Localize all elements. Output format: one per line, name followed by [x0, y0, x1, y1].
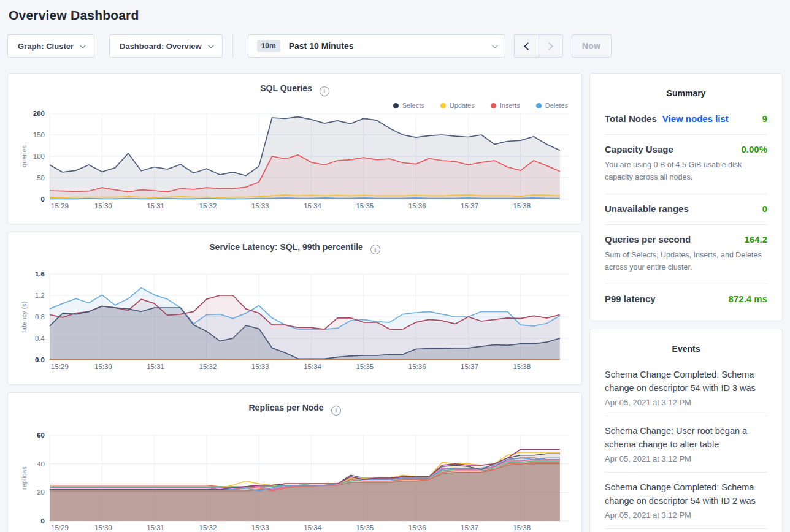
info-icon[interactable]: i: [331, 406, 341, 416]
svg-text:15:29: 15:29: [51, 202, 69, 210]
event-text: Schema Change: User root began a schema …: [605, 424, 767, 452]
legend-item[interactable]: Deletes: [536, 102, 568, 109]
svg-text:0: 0: [41, 196, 45, 203]
svg-text:15:33: 15:33: [251, 524, 269, 531]
events-panel: Events Schema Change Completed: Schema c…: [589, 329, 783, 532]
svg-text:1.6: 1.6: [35, 270, 45, 278]
legend-label: Deletes: [545, 102, 568, 109]
svg-text:15:31: 15:31: [147, 202, 164, 210]
svg-text:15:30: 15:30: [94, 363, 112, 370]
svg-text:15:33: 15:33: [251, 202, 269, 210]
summary-panel: Summary Total Nodes View nodes list 9 Ca…: [589, 73, 783, 321]
svg-text:0.4: 0.4: [35, 335, 45, 342]
replicas-per-node-panel: Replicas per Node i 020406015:2915:3015:…: [7, 392, 582, 532]
event-item[interactable]: Schema Change Completed: Schema change o…: [605, 473, 767, 529]
svg-text:15:32: 15:32: [199, 202, 217, 210]
chart-title-row: Service Latency: SQL, 99th percentile i: [18, 240, 572, 255]
chart-title-row: Replicas per Node i: [18, 400, 572, 416]
info-icon[interactable]: i: [370, 245, 380, 254]
qps-value: 164.2: [744, 234, 767, 245]
svg-text:15:37: 15:37: [461, 202, 478, 210]
info-icon[interactable]: i: [320, 86, 329, 96]
events-title: Events: [605, 333, 767, 360]
capacity-usage-label: Capacity Usage: [605, 144, 673, 154]
svg-text:60: 60: [37, 431, 45, 439]
chart-svg: 05010015020015:2915:3015:3115:3215:3315:…: [18, 110, 572, 213]
y-axis-label: queries: [20, 145, 28, 167]
sql-queries-chart[interactable]: 05010015020015:2915:3015:3115:3215:3315:…: [18, 110, 572, 215]
legend-item[interactable]: Updates: [440, 102, 475, 109]
svg-text:15:37: 15:37: [461, 524, 478, 531]
svg-text:1.2: 1.2: [35, 292, 45, 299]
overview-dashboard-page: Overview Dashboard Graph: Cluster Dashbo…: [0, 0, 790, 532]
svg-text:15:32: 15:32: [199, 363, 217, 370]
capacity-usage-value: 0.00%: [741, 144, 767, 154]
page-title: Overview Dashboard: [7, 0, 783, 34]
spacer: [18, 416, 572, 431]
total-nodes-value: 9: [762, 113, 767, 124]
toolbar: Graph: Cluster Dashboard: Overview 10m P…: [7, 34, 783, 58]
sql-queries-legend: SelectsUpdatesInsertsDeletes: [18, 96, 572, 110]
event-item[interactable]: Schema Change: User root began a schema …: [605, 416, 767, 473]
y-axis-label: latency (s): [20, 302, 28, 333]
event-item[interactable]: Schema Change: User root began a schema …: [605, 529, 767, 532]
legend-item[interactable]: Inserts: [491, 102, 520, 109]
svg-text:0: 0: [41, 517, 45, 525]
svg-text:50: 50: [37, 174, 45, 181]
service-latency-chart[interactable]: 0.00.40.81.21.615:2915:3015:3115:3215:33…: [18, 270, 572, 376]
now-button[interactable]: Now: [572, 34, 612, 58]
svg-text:200: 200: [33, 110, 45, 117]
svg-text:15:32: 15:32: [199, 524, 217, 531]
capacity-usage-desc: You are using 0 B of 4.5 GiB usable disk…: [605, 159, 767, 183]
sql-queries-title: SQL Queries: [260, 83, 312, 93]
legend-item[interactable]: Selects: [393, 102, 424, 109]
chevron-down-icon: [208, 42, 214, 48]
summary-row-p99: P99 latency 872.4 ms: [605, 284, 767, 314]
event-text: Schema Change Completed: Schema change o…: [605, 368, 767, 395]
svg-text:15:37: 15:37: [461, 363, 478, 370]
svg-text:15:30: 15:30: [94, 524, 112, 531]
spacer: [18, 254, 572, 270]
chevron-down-icon: [80, 42, 86, 48]
time-next-button[interactable]: [539, 35, 562, 57]
svg-text:20: 20: [37, 488, 45, 496]
time-nav-group: [514, 34, 563, 58]
svg-text:15:35: 15:35: [356, 202, 374, 210]
view-nodes-list-link[interactable]: View nodes list: [662, 113, 729, 124]
time-range-dropdown[interactable]: 10m Past 10 Minutes: [248, 34, 505, 58]
chart-svg: 020406015:2915:3015:3115:3215:3315:3415:…: [18, 431, 572, 532]
dashboard-dropdown-label: Dashboard: Overview: [120, 42, 202, 51]
sql-queries-panel: SQL Queries i SelectsUpdatesInsertsDelet…: [7, 73, 582, 224]
y-axis-label: replicas: [20, 466, 28, 489]
svg-text:15:31: 15:31: [147, 363, 164, 370]
svg-text:100: 100: [33, 153, 45, 160]
legend-dot-icon: [491, 103, 496, 108]
svg-text:15:38: 15:38: [513, 524, 531, 531]
time-prev-button[interactable]: [515, 35, 539, 57]
main-content: SQL Queries i SelectsUpdatesInsertsDelet…: [7, 73, 783, 532]
svg-text:15:38: 15:38: [513, 202, 531, 210]
qps-desc: Sum of Selects, Updates, Inserts, and De…: [605, 249, 767, 273]
event-item[interactable]: Schema Change Completed: Schema change o…: [605, 360, 767, 416]
svg-text:15:35: 15:35: [356, 524, 374, 531]
event-timestamp: Apr 05, 2021 at 3:12 PM: [605, 454, 767, 463]
service-latency-panel: Service Latency: SQL, 99th percentile i …: [7, 232, 582, 386]
graph-dropdown[interactable]: Graph: Cluster: [7, 34, 94, 58]
p99-latency-label: P99 latency: [605, 294, 656, 304]
svg-text:150: 150: [33, 131, 45, 139]
event-timestamp: Apr 05, 2021 at 3:12 PM: [605, 398, 767, 407]
event-timestamp: Apr 05, 2021 at 3:12 PM: [605, 511, 767, 520]
svg-text:0.8: 0.8: [35, 313, 45, 321]
legend-label: Selects: [402, 102, 424, 109]
time-range-label: Past 10 Minutes: [289, 41, 492, 51]
chevron-down-icon: [492, 42, 498, 48]
replicas-per-node-title: Replicas per Node: [248, 403, 323, 412]
svg-text:15:35: 15:35: [356, 363, 374, 370]
svg-text:15:34: 15:34: [304, 524, 321, 531]
chart-svg: 0.00.40.81.21.615:2915:3015:3115:3215:33…: [18, 270, 572, 373]
dashboard-dropdown[interactable]: Dashboard: Overview: [109, 34, 223, 58]
svg-text:15:33: 15:33: [251, 363, 269, 370]
chart-title-row: SQL Queries i: [18, 81, 572, 96]
legend-dot-icon: [440, 103, 446, 108]
replicas-per-node-chart[interactable]: 020406015:2915:3015:3115:3215:3315:3415:…: [18, 431, 572, 532]
